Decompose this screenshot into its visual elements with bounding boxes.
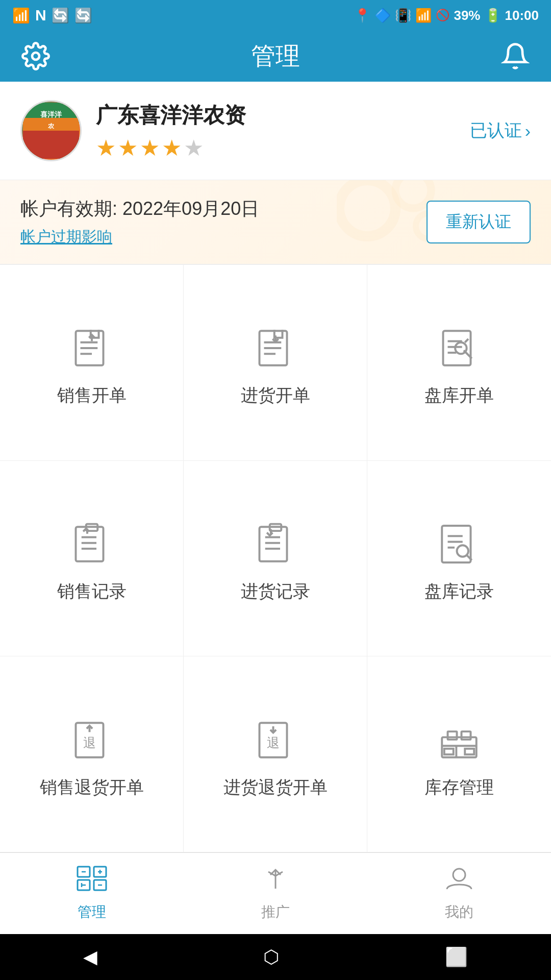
nav-mine[interactable]: 我的: [367, 853, 551, 934]
rating-stars: ★ ★ ★ ★ ★: [96, 135, 456, 161]
manage-nav-icon: [77, 866, 107, 897]
bottom-nav: 管理 推广 我的: [0, 852, 551, 934]
validity-date: 帐户有效期: 2022年09月20日: [20, 197, 259, 222]
sales-record-label: 销售记录: [57, 580, 127, 603]
settings-button[interactable]: [20, 41, 51, 71]
star-4: ★: [162, 135, 182, 161]
stock-manage-label: 库存管理: [424, 776, 494, 799]
chevron-right-icon: ›: [525, 121, 531, 141]
status-right-info: 📍 🔷 📳 📶 🚫 39% 🔋 10:00: [354, 8, 539, 23]
svg-rect-56: [465, 749, 474, 754]
purchase-open-icon: [250, 323, 301, 374]
promote-nav-label: 推广: [261, 902, 290, 922]
star-2: ★: [118, 135, 138, 161]
inventory-record-label: 盘库记录: [424, 580, 494, 603]
sales-return-label: 销售退货开单: [40, 776, 144, 799]
profile-section: 喜洋洋 农 广东喜洋洋农资 ★ ★ ★ ★ ★ 已认证 ›: [0, 82, 551, 180]
status-left-icons: 📶 N 🔄 🔄: [12, 7, 92, 24]
notification-button[interactable]: [500, 41, 531, 71]
stock-manage-icon: [434, 715, 485, 766]
purchase-return-item[interactable]: 退 进货退货开单: [184, 656, 367, 852]
recents-button[interactable]: ⬜: [445, 946, 468, 968]
sales-return-item[interactable]: 退 销售退货开单: [0, 656, 184, 852]
star-1: ★: [96, 135, 116, 161]
purchase-return-label: 进货退货开单: [223, 776, 328, 799]
purchase-record-label: 进货记录: [241, 580, 310, 603]
mine-nav-icon: [444, 866, 474, 897]
svg-text:退: 退: [267, 736, 280, 749]
svg-rect-26: [76, 527, 103, 561]
avatar: 喜洋洋 农: [20, 100, 82, 161]
vibrate-icon: 📳: [395, 8, 411, 23]
battery-percent: 39%: [454, 8, 480, 23]
svg-rect-52: [462, 731, 471, 740]
svg-text:退: 退: [83, 736, 96, 749]
battery-icon: 🔋: [485, 8, 501, 23]
svg-point-7: [395, 180, 431, 208]
svg-text:农: 农: [47, 122, 55, 130]
sales-open-label: 销售开单: [57, 384, 127, 407]
mine-nav-label: 我的: [445, 902, 473, 922]
sales-return-icon: 退: [66, 715, 117, 766]
sales-open-item[interactable]: 销售开单: [0, 265, 184, 461]
inventory-record-icon: [434, 519, 485, 570]
purchase-open-item[interactable]: 进货开单: [184, 265, 367, 461]
app-header: 管理: [0, 31, 551, 82]
sales-record-item[interactable]: 销售记录: [0, 461, 184, 657]
bluetooth-icon: 🔷: [374, 8, 391, 23]
back-button[interactable]: ◀: [83, 946, 97, 968]
profile-info: 广东喜洋洋农资 ★ ★ ★ ★ ★: [96, 101, 456, 161]
inventory-open-icon: [434, 323, 485, 374]
home-button[interactable]: ⬡: [263, 946, 279, 968]
avatar-image: 喜洋洋 农: [22, 102, 80, 160]
svg-point-69: [453, 869, 465, 881]
promote-nav-icon: [260, 866, 291, 897]
svg-point-6: [339, 180, 395, 236]
android-nav-bar: ◀ ⬡ ⬜: [0, 934, 551, 980]
purchase-record-icon: [250, 519, 301, 570]
svg-point-24: [455, 342, 467, 354]
validity-link[interactable]: 帐户过期影响: [20, 227, 259, 248]
manage-nav-label: 管理: [78, 902, 106, 922]
svg-rect-32: [259, 527, 287, 561]
menu-grid: 销售开单 进货开单: [0, 264, 551, 852]
star-5: ★: [184, 135, 204, 161]
sales-record-icon: [66, 519, 117, 570]
svg-rect-51: [448, 731, 457, 740]
wifi-signal-icon: 📶: [415, 8, 432, 23]
inventory-record-item[interactable]: 盘库记录: [367, 461, 551, 657]
svg-rect-2: [23, 131, 79, 159]
recertify-button[interactable]: 重新认证: [427, 201, 531, 243]
inventory-open-label: 盘库开单: [424, 384, 494, 407]
svg-line-25: [465, 339, 468, 342]
svg-text:喜洋洋: 喜洋洋: [40, 110, 62, 118]
verified-badge[interactable]: 已认证 ›: [470, 119, 531, 142]
location-icon: 📍: [354, 8, 370, 23]
stock-manage-item[interactable]: 库存管理: [367, 656, 551, 852]
purchase-open-label: 进货开单: [241, 384, 310, 407]
sales-open-icon: [66, 323, 117, 374]
time-display: 10:00: [505, 8, 539, 23]
n-icon: N: [35, 7, 46, 24]
purchase-return-icon: 退: [250, 715, 301, 766]
svg-rect-38: [442, 526, 470, 562]
app-icon-2: 🔄: [74, 7, 92, 24]
status-bar: 📶 N 🔄 🔄 📍 🔷 📳 📶 🚫 39% 🔋 10:00: [0, 0, 551, 31]
svg-point-0: [32, 53, 39, 60]
data-off-icon: 🚫: [436, 9, 449, 22]
validity-text: 帐户有效期: 2022年09月20日 帐户过期影响: [20, 197, 259, 248]
validity-banner: 帐户有效期: 2022年09月20日 帐户过期影响 重新认证: [0, 180, 551, 264]
wifi-icon: 📶: [12, 7, 30, 24]
nav-promote[interactable]: 推广: [184, 853, 367, 934]
store-name: 广东喜洋洋农资: [96, 101, 456, 130]
inventory-open-item[interactable]: 盘库开单: [367, 265, 551, 461]
app-icon-1: 🔄: [52, 7, 69, 24]
purchase-record-item[interactable]: 进货记录: [184, 461, 367, 657]
nav-manage[interactable]: 管理: [0, 853, 184, 934]
verified-label: 已认证: [470, 119, 522, 142]
svg-rect-55: [444, 749, 454, 754]
star-3: ★: [140, 135, 160, 161]
page-title: 管理: [251, 40, 300, 72]
